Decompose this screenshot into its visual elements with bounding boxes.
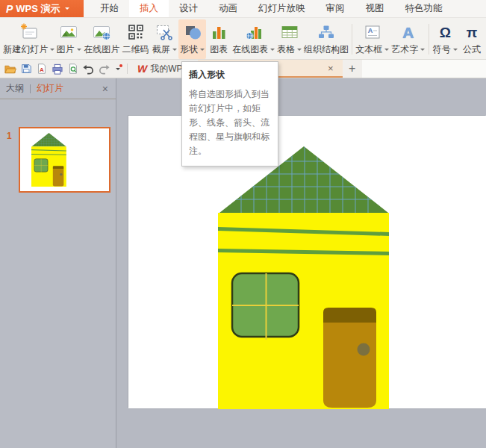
new-tab-button[interactable]: +: [343, 60, 362, 78]
close-tab-icon[interactable]: ×: [325, 63, 337, 74]
tab-insert[interactable]: 插入: [129, 0, 169, 17]
shapes-button[interactable]: 形状: [178, 19, 206, 59]
symbol-button[interactable]: Ω 符号: [432, 19, 459, 59]
redo-button[interactable]: [97, 61, 111, 76]
qr-code-label: 二维码: [122, 43, 149, 56]
ribbon-divider: [352, 24, 352, 55]
online-chart-button[interactable]: 在线图表: [231, 19, 275, 59]
open-file-button[interactable]: [3, 61, 17, 76]
save-button[interactable]: [19, 61, 33, 76]
pdf-icon: A: [36, 63, 48, 75]
online-picture-button[interactable]: 在线图片: [83, 19, 121, 59]
quick-access-toolbar: A: [0, 60, 125, 78]
save-icon: [20, 63, 32, 75]
chevron-down-icon: [200, 49, 205, 53]
tab-design[interactable]: 设计: [169, 0, 208, 17]
qr-code-icon: [126, 22, 146, 43]
table-icon: [280, 22, 299, 43]
shapes-icon: [183, 22, 202, 43]
wordart-label: 艺术字: [391, 43, 418, 56]
new-slide-button[interactable]: 新建幻灯片: [3, 19, 54, 59]
print-preview-button[interactable]: [66, 61, 80, 76]
picture-button[interactable]: 图片: [54, 19, 82, 59]
door-top-band: [323, 308, 376, 323]
preview-icon: [67, 63, 79, 75]
online-picture-icon: [92, 22, 111, 43]
org-chart-button[interactable]: 组织结构图: [303, 19, 349, 59]
customize-toolbar-button[interactable]: [113, 61, 123, 76]
wps-logo-icon: P: [6, 3, 13, 15]
house-door: [323, 323, 376, 408]
omega-symbol-icon: Ω: [440, 22, 451, 43]
ribbon-divider: [429, 24, 429, 55]
screenshot-label: 截屏: [152, 43, 170, 56]
chevron-down-icon: [453, 49, 458, 53]
chevron-down-icon: [270, 49, 275, 53]
online-chart-icon: [244, 22, 264, 43]
chart-label: 图表: [210, 43, 228, 56]
tooltip-title: 插入形状: [189, 69, 271, 81]
org-chart-label: 组织结构图: [304, 43, 349, 56]
tab-outline[interactable]: 大纲: [6, 82, 24, 95]
slides-panel: 大纲 幻灯片 × 1: [0, 78, 116, 448]
tooltip-body: 将自选图形插入到当前幻灯片中，如矩形、线条、箭头、流程图、星与旗帜和标注。: [189, 87, 271, 158]
chart-button[interactable]: 图表: [206, 19, 231, 59]
chevron-down-icon: [384, 49, 389, 53]
text-box-button[interactable]: A 文本框: [355, 19, 390, 59]
online-chart-label: 在线图表: [232, 43, 268, 56]
svg-text:A: A: [367, 27, 373, 34]
chevron-down-icon: [172, 49, 177, 53]
house-drawing-thumbnail: [31, 133, 66, 187]
formula-button[interactable]: π 公式: [459, 19, 485, 59]
tab-review[interactable]: 审阅: [316, 0, 355, 17]
app-logo-button[interactable]: P WPS 演示: [0, 0, 84, 17]
undo-button[interactable]: [81, 61, 96, 76]
svg-text:A: A: [40, 66, 44, 73]
menu-bar: P WPS 演示 开始 插入 设计 动画 幻灯片放映 审阅 视图 特色功能: [0, 0, 486, 18]
folder-open-icon: [4, 63, 16, 75]
tab-home[interactable]: 开始: [90, 0, 129, 17]
panel-tab-separator: [30, 84, 31, 93]
slide-thumbnail[interactable]: [19, 127, 110, 193]
online-picture-label: 在线图片: [84, 43, 119, 56]
chart-icon: [209, 22, 228, 43]
org-chart-icon: [317, 22, 336, 43]
undo-icon: [82, 63, 95, 75]
notification-dot: [119, 64, 122, 67]
new-slide-label: 新建幻灯片: [3, 43, 48, 56]
insert-shape-tooltip: 插入形状 将自选图形插入到当前幻灯片中，如矩形、线条、箭头、流程图、星与旗帜和标…: [181, 61, 278, 167]
slides-list: 1: [0, 99, 116, 448]
wordart-icon: A: [402, 22, 414, 43]
export-pdf-button[interactable]: A: [34, 61, 49, 76]
tab-slides[interactable]: 幻灯片: [37, 82, 63, 95]
chevron-down-icon: [420, 49, 425, 53]
door-knob: [358, 343, 370, 356]
tab-special-features[interactable]: 特色功能: [395, 0, 453, 17]
editing-canvas[interactable]: [116, 78, 486, 448]
wordart-button[interactable]: A 艺术字: [390, 19, 426, 59]
tab-slideshow[interactable]: 幻灯片放映: [248, 0, 316, 17]
slide-number: 1: [7, 131, 12, 141]
text-box-label: 文本框: [355, 43, 382, 56]
shapes-label: 形状: [180, 43, 198, 56]
pi-formula-icon: π: [467, 22, 478, 43]
tab-row-empty-space: [362, 60, 486, 78]
wps-w-icon: W: [136, 63, 149, 75]
house-drawing[interactable]: [218, 146, 390, 409]
qr-code-button[interactable]: 二维码: [121, 19, 151, 59]
screenshot-button[interactable]: 截屏: [151, 19, 178, 59]
text-box-icon: A: [363, 22, 382, 43]
printer-icon: [51, 63, 63, 75]
menu-tabs: 开始 插入 设计 动画 幻灯片放映 审阅 视图 特色功能: [90, 0, 453, 17]
chevron-down-icon: [116, 68, 120, 72]
print-button[interactable]: [50, 61, 64, 76]
tab-view[interactable]: 视图: [355, 0, 395, 17]
new-slide-icon: [19, 22, 39, 43]
tab-animation[interactable]: 动画: [208, 0, 248, 17]
screenshot-icon: [155, 22, 174, 43]
table-button[interactable]: 表格: [275, 19, 303, 59]
close-panel-icon[interactable]: ×: [101, 83, 110, 95]
toolbar-separator: [127, 63, 128, 74]
chevron-down-icon: [297, 49, 302, 53]
app-title: WPS 演示: [16, 2, 60, 16]
